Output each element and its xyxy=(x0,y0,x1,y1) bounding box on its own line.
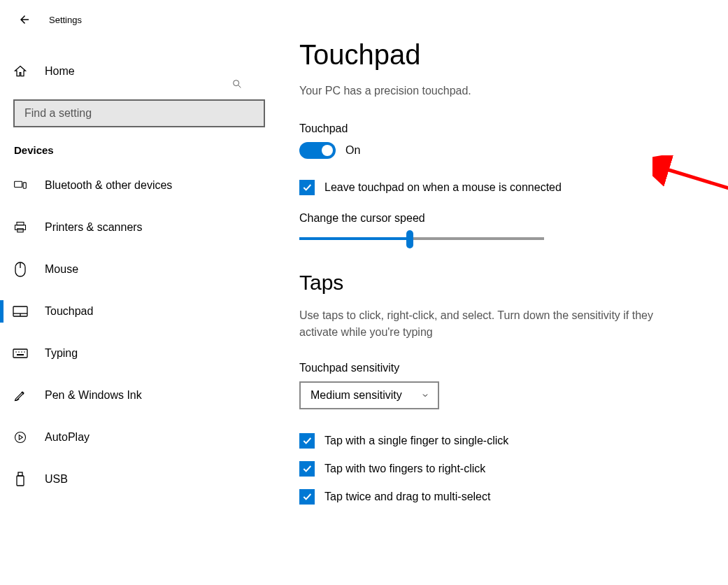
check-icon xyxy=(301,463,313,474)
svg-point-13 xyxy=(15,351,17,353)
svg-point-15 xyxy=(21,351,22,353)
sensitivity-value: Medium sensitivity xyxy=(311,389,402,402)
touchpad-toggle[interactable] xyxy=(299,142,336,159)
taps-description: Use taps to click, right-click, and sele… xyxy=(299,307,691,341)
svg-point-18 xyxy=(15,432,26,443)
svg-point-16 xyxy=(24,351,25,353)
svg-rect-20 xyxy=(17,476,24,486)
svg-rect-3 xyxy=(23,183,26,188)
keyboard-icon xyxy=(13,348,28,358)
usb-icon xyxy=(13,472,28,487)
sidebar-item-pen[interactable]: Pen & Windows Ink xyxy=(0,374,278,416)
check-icon xyxy=(301,182,313,193)
leave-on-label: Leave touchpad on when a mouse is connec… xyxy=(324,181,562,194)
sidebar-item-printers[interactable]: Printers & scanners xyxy=(0,206,278,248)
search-input[interactable] xyxy=(13,99,265,127)
sidebar-section-title: Devices xyxy=(14,144,278,156)
main-content: Touchpad Your PC has a precision touchpa… xyxy=(278,0,728,585)
taps-heading: Taps xyxy=(299,271,707,295)
annotation-arrow xyxy=(652,155,728,239)
svg-point-14 xyxy=(18,351,20,353)
sidebar-item-usb[interactable]: USB xyxy=(0,458,278,500)
cursor-speed-slider[interactable] xyxy=(299,237,544,240)
check-icon xyxy=(301,491,313,502)
devices-icon xyxy=(13,179,28,192)
printer-icon xyxy=(13,220,28,234)
page-title: Touchpad xyxy=(299,39,707,71)
svg-rect-19 xyxy=(18,472,22,476)
chevron-down-icon xyxy=(421,391,429,400)
sidebar-nav: Bluetooth & other devices Printers & sca… xyxy=(0,164,278,500)
tap-two-checkbox[interactable] xyxy=(299,461,315,477)
tap-single-label: Tap with a single finger to single-click xyxy=(324,435,508,447)
sensitivity-label: Touchpad sensitivity xyxy=(299,362,707,374)
svg-rect-4 xyxy=(17,223,24,225)
svg-rect-2 xyxy=(15,181,22,187)
svg-rect-12 xyxy=(13,349,27,358)
tap-drag-checkbox[interactable] xyxy=(299,489,315,505)
leave-on-checkbox[interactable] xyxy=(299,180,315,195)
touchpad-toggle-label: Touchpad xyxy=(299,122,707,135)
sidebar-item-autoplay[interactable]: AutoPlay xyxy=(0,416,278,458)
touchpad-icon xyxy=(13,306,28,317)
svg-rect-6 xyxy=(17,229,23,232)
mouse-icon xyxy=(13,262,28,277)
autoplay-icon xyxy=(13,430,28,444)
tap-two-label: Tap with two fingers to right-click xyxy=(324,463,485,475)
app-title: Settings xyxy=(49,15,82,25)
sidebar-item-touchpad[interactable]: Touchpad xyxy=(0,290,278,332)
sidebar-item-typing[interactable]: Typing xyxy=(0,332,278,374)
pen-icon xyxy=(13,388,28,402)
sidebar: Settings Home Devices Bluetooth & other … xyxy=(0,0,278,585)
tap-drag-label: Tap twice and drag to multi-select xyxy=(324,491,490,503)
cursor-speed-label: Change the cursor speed xyxy=(299,212,707,225)
sidebar-item-bluetooth[interactable]: Bluetooth & other devices xyxy=(0,164,278,206)
svg-rect-5 xyxy=(15,225,26,230)
sensitivity-dropdown[interactable]: Medium sensitivity xyxy=(299,381,439,409)
back-button[interactable] xyxy=(17,12,32,27)
home-label: Home xyxy=(45,65,75,78)
check-icon xyxy=(301,435,313,446)
tap-single-checkbox[interactable] xyxy=(299,433,315,449)
home-icon xyxy=(13,64,28,78)
sidebar-home[interactable]: Home xyxy=(0,56,278,87)
svg-rect-17 xyxy=(17,354,24,355)
sidebar-item-mouse[interactable]: Mouse xyxy=(0,248,278,290)
back-arrow-icon xyxy=(18,13,31,26)
toggle-state-text: On xyxy=(345,144,360,157)
precision-description: Your PC has a precision touchpad. xyxy=(299,85,707,97)
